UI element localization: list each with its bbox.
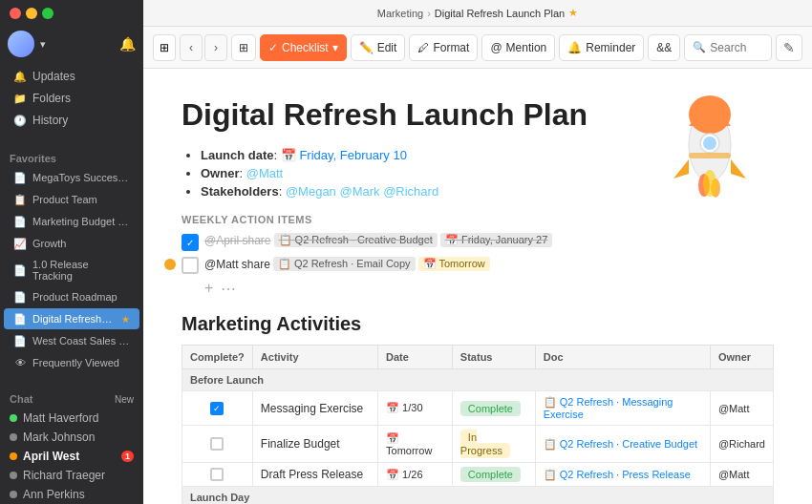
sidebar-item-frequently-viewed[interactable]: 👁 Frequently Viewed [4, 352, 139, 373]
edit-button[interactable]: ✏️ Edit [351, 34, 406, 61]
add-checklist-icon[interactable]: + [204, 280, 213, 298]
sidebar-item-release-tracking[interactable]: 📄 1.0 Release Tracking [4, 255, 139, 285]
more-button[interactable]: && [648, 34, 680, 61]
section-label: Launch Day [182, 487, 774, 505]
maximize-button[interactable] [42, 8, 53, 19]
nav-back-button[interactable]: ‹ [180, 34, 203, 61]
doc-icon: 📄 [13, 334, 27, 347]
sidebar-item-megatoys[interactable]: 📄 MegaToys Success Plan [4, 167, 139, 188]
nav-forward-button[interactable]: › [204, 34, 227, 61]
activity-cell: Finalize Budget [252, 426, 377, 463]
checklist-item-text: @April share 📋 Q2 Refresh · Creative Bud… [204, 233, 552, 247]
section-before-launch: Before Launch [182, 369, 774, 391]
chat-item-label: Matt Haverford [23, 411, 98, 425]
weekly-action-items-heading: WEEKLY ACTION ITEMS [182, 214, 774, 225]
checklist-area: ✓ @April share 📋 Q2 Refresh · Creative B… [182, 233, 774, 298]
complete-cell: ✓ [182, 391, 253, 426]
row-checkbox-empty[interactable] [210, 468, 224, 481]
sidebar-item-digital-refresh[interactable]: 📄 Digital Refresh La... ★ [4, 308, 139, 329]
search-box[interactable]: 🔍 [684, 34, 772, 61]
sidebar-item-label: Product Team [32, 194, 97, 205]
sidebar-item-product-team[interactable]: 📋 Product Team [4, 189, 139, 210]
sidebar-item-product-roadmap[interactable]: 📄 Product Roadmap [4, 286, 139, 307]
chat-item-mark[interactable]: Mark Johnson [0, 428, 143, 447]
sidebar-item-updates[interactable]: 🔔 Updates [4, 66, 139, 87]
sidebar-header: ▾ 🔔 [0, 23, 143, 61]
doc-meta: Launch date: 📅 Friday, February 10 Owner… [182, 148, 774, 199]
checkbox-checked[interactable]: ✓ [182, 234, 199, 251]
avatar[interactable] [8, 31, 34, 57]
mention-button[interactable]: @ Mention [481, 34, 555, 61]
col-date: Date [378, 346, 453, 369]
search-input[interactable] [710, 41, 767, 54]
doc-link[interactable]: 📋 Q2 Refresh · Creative Budget [544, 438, 702, 451]
minimize-button[interactable] [26, 8, 37, 19]
checklist-button[interactable]: ✓ Checklist ▾ [260, 34, 347, 61]
doc-cell: 📋 Q2 Refresh · Press Release [535, 463, 710, 487]
date-cell: 📅 1/30 [378, 391, 453, 426]
sidebar-item-label: Growth [32, 238, 66, 249]
page-icon-button[interactable]: ⊞ [153, 34, 176, 61]
col-activity: Activity [252, 346, 377, 369]
complete-cell [182, 426, 253, 463]
sidebar-item-label: Product Roadmap [32, 291, 118, 303]
chat-item-matt[interactable]: Matt Haverford [0, 409, 143, 428]
row-checkbox-empty[interactable] [210, 437, 224, 451]
sidebar-item-label: History [32, 114, 68, 127]
sidebar-item-label: Marketing Budget Re... [32, 216, 130, 227]
reminder-button[interactable]: 🔔 Reminder [559, 34, 644, 61]
sidebar-item-label: West Coast Sales Upd... [32, 335, 130, 346]
breadcrumb-parent: Marketing [377, 8, 423, 19]
format-button[interactable]: 🖊 Format [409, 34, 478, 61]
sidebar-item-label: Folders [32, 92, 71, 105]
owner-cell: @Matt [710, 391, 773, 426]
sidebar-item-marketing-budget[interactable]: 📄 Marketing Budget Re... [4, 211, 139, 232]
owner-cell: @Richard [710, 426, 773, 463]
view-toggle-button[interactable]: ⊞ [231, 34, 256, 61]
reminder-label: Reminder [586, 41, 635, 54]
table-row: ✓ Messaging Exercise 📅 1/30 Complete 📋 Q… [182, 391, 774, 426]
warning-dot [164, 259, 176, 270]
sidebar-item-folders[interactable]: 📁 Folders [4, 88, 139, 109]
doc-link[interactable]: 📋 Q2 Refresh · Press Release [544, 469, 702, 481]
close-button[interactable] [10, 8, 21, 19]
sidebar-item-west-coast[interactable]: 📄 West Coast Sales Upd... [4, 330, 139, 351]
breadcrumb-separator: › [427, 8, 431, 19]
status-badge: Complete [460, 401, 521, 416]
format-label: Format [433, 41, 469, 54]
doc-icon: 📄 [13, 312, 27, 326]
checklist-more-icon[interactable]: ⋯ [221, 280, 236, 298]
doc-icon: 📋 [13, 193, 27, 206]
history-icon: 🕐 [13, 114, 27, 127]
chat-item-april[interactable]: April West 1 [0, 447, 143, 466]
status-cell: Complete [452, 391, 535, 426]
doc-icon: 📄 [13, 290, 27, 304]
chat-badge: 1 [121, 451, 134, 462]
sidebar-nav: 🔔 Updates 📁 Folders 🕐 History [0, 61, 143, 136]
checkbox-empty[interactable] [182, 257, 199, 274]
sidebar-item-label: MegaToys Success Plan [32, 172, 130, 183]
chat-item-label: Mark Johnson [23, 430, 95, 444]
chat-item-richard[interactable]: Richard Traeger [0, 466, 143, 485]
edit-label: Edit [377, 41, 397, 54]
notification-bell-icon[interactable]: 🔔 [119, 36, 136, 52]
chat-item-label: April West [23, 450, 79, 463]
sidebar-item-history[interactable]: 🕐 History [4, 110, 139, 131]
doc-link[interactable]: 📋 Q2 Refresh · Messaging Exercise [544, 396, 702, 420]
sidebar-item-growth[interactable]: 📈 Growth [4, 233, 139, 254]
row-checkbox-checked[interactable]: ✓ [210, 402, 224, 415]
checklist-dropdown-icon: ▾ [332, 41, 338, 54]
checklist-icon: ✓ [268, 41, 278, 54]
section-launch-day: Launch Day [182, 487, 774, 505]
compose-button[interactable]: ✎ [776, 34, 802, 61]
status-badge: Complete [460, 467, 521, 482]
chat-item-ann[interactable]: Ann Perkins [0, 485, 143, 504]
away-dot [10, 452, 17, 460]
activities-table: Complete? Activity Date Status Doc Owner… [182, 345, 774, 504]
reminder-icon: 🔔 [567, 41, 582, 54]
chat-new-label[interactable]: New [115, 394, 134, 405]
sidebar-item-label: Digital Refresh La... [32, 313, 114, 325]
more-label: && [656, 41, 672, 54]
meta-stakeholders: Stakeholders: @Megan @Mark @Richard [201, 184, 774, 199]
complete-cell [182, 463, 253, 487]
